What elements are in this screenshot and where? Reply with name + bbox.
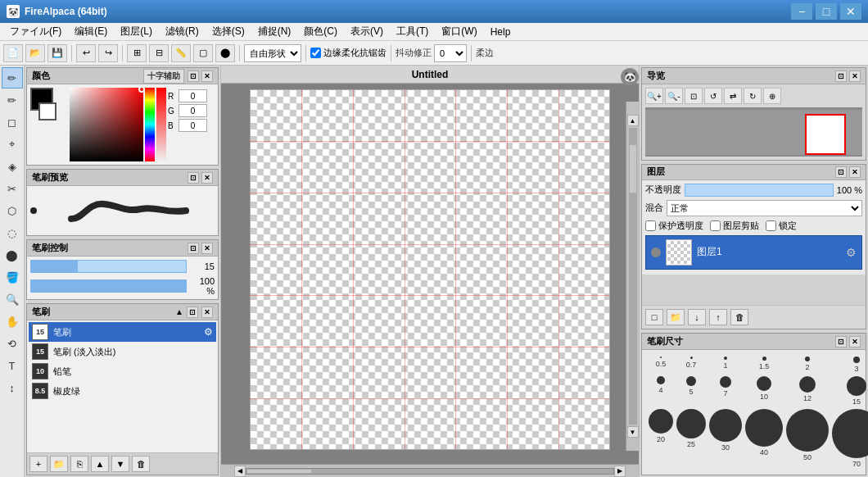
toolbar-new[interactable]: 📄: [3, 44, 23, 62]
hand-tool[interactable]: ✋: [2, 311, 23, 332]
brush-tool[interactable]: ✏: [2, 67, 23, 89]
brush-add-btn[interactable]: +: [29, 456, 47, 472]
layers-popout[interactable]: ⊡: [835, 166, 847, 178]
close-button[interactable]: ✕: [840, 3, 861, 20]
polygon-tool[interactable]: ⬡: [2, 200, 23, 221]
size-slider[interactable]: [30, 260, 187, 273]
lock-checkbox[interactable]: [766, 220, 776, 231]
minimize-button[interactable]: −: [791, 3, 812, 20]
scroll-up-btn[interactable]: ▲: [627, 115, 639, 126]
layer-del-btn[interactable]: 🗑: [730, 309, 748, 325]
menu-item[interactable]: 图层(L): [114, 23, 159, 40]
brushsize-item[interactable]: 0.7: [676, 357, 706, 373]
menu-item[interactable]: 颜色(C): [297, 23, 344, 40]
b-input[interactable]: [179, 119, 207, 132]
brush-list-item[interactable]: 10铅笔: [29, 361, 216, 381]
rotate-tool[interactable]: ⟲: [2, 333, 23, 354]
brush-list-item[interactable]: 15笔刷 (淡入淡出): [29, 342, 216, 361]
maximize-button[interactable]: □: [816, 3, 837, 20]
scroll-left-btn[interactable]: ◀: [234, 466, 246, 477]
color-panel-close[interactable]: ✕: [201, 70, 213, 82]
h-scroll-track[interactable]: [246, 468, 614, 475]
nav-rotate-ccw[interactable]: ↺: [704, 88, 722, 104]
layer-folder-btn[interactable]: 📁: [667, 309, 685, 325]
opacity-slider[interactable]: [685, 184, 834, 197]
menu-item[interactable]: 表示(V): [344, 23, 390, 40]
brushsize-item[interactable]: 12: [786, 376, 829, 406]
brush-control-popout[interactable]: ⊡: [188, 243, 199, 254]
brushsize-item[interactable]: 20: [649, 409, 673, 468]
layer-up-btn[interactable]: ↑: [709, 309, 727, 325]
color-panel-popout[interactable]: ⊡: [188, 70, 199, 82]
menu-item[interactable]: 滤镜(R): [159, 23, 206, 40]
layer-item[interactable]: 图层1 ⚙: [645, 235, 862, 270]
brush-control-close[interactable]: ✕: [201, 243, 213, 254]
layers-close[interactable]: ✕: [849, 166, 861, 178]
color-hue-slider[interactable]: [145, 88, 155, 161]
brushsize-item[interactable]: 0.5: [649, 357, 673, 373]
brushsize-item[interactable]: 50: [786, 409, 829, 468]
color-gradient-picker[interactable]: [70, 88, 143, 161]
brushsize-item[interactable]: 5: [676, 376, 706, 406]
shape-select[interactable]: 自由形状: [244, 44, 301, 62]
toolbar-save[interactable]: 💾: [47, 44, 67, 62]
ellipse-tool[interactable]: ◌: [2, 222, 23, 243]
brushsize-item[interactable]: 40: [745, 409, 783, 468]
background-color[interactable]: [38, 102, 57, 120]
brushsize-item[interactable]: 25: [676, 409, 706, 468]
blend-select[interactable]: 正常: [667, 200, 862, 216]
bucket-tool[interactable]: 🪣: [2, 266, 23, 288]
brush-list-close[interactable]: ✕: [201, 307, 213, 318]
protect-checkbox[interactable]: [645, 220, 656, 231]
toolbar-select-rect[interactable]: ▢: [193, 44, 213, 62]
navigator-close[interactable]: ✕: [849, 70, 861, 82]
toolbar-ruler[interactable]: 📏: [171, 44, 191, 62]
nav-flip[interactable]: ⇄: [724, 88, 742, 104]
nav-rotate-cw[interactable]: ↻: [744, 88, 762, 104]
move-tool[interactable]: ◈: [2, 156, 23, 177]
brush-preview-popout[interactable]: ⊡: [188, 172, 199, 184]
brush-list-popout[interactable]: ⊡: [187, 307, 198, 318]
nav-zoom-out[interactable]: 🔍-: [665, 88, 683, 104]
pencil-tool[interactable]: ✏: [2, 89, 23, 111]
brushsize-item[interactable]: 1.5: [745, 357, 783, 373]
nav-zoom-fit[interactable]: ⊡: [685, 88, 703, 104]
brush-list-item[interactable]: 8.5椒皮绿: [29, 381, 216, 401]
layer-visibility[interactable]: [651, 248, 661, 257]
toolbar-undo[interactable]: ↩: [76, 44, 96, 62]
zoom-tool[interactable]: 🔍: [2, 288, 23, 310]
crop-tool[interactable]: ✂: [2, 178, 23, 199]
gradient-tool[interactable]: ↕: [2, 377, 23, 398]
nav-zoom-in[interactable]: 🔍+: [645, 88, 663, 104]
selection-tool[interactable]: ⌖: [2, 134, 23, 155]
layer-down-btn[interactable]: ↓: [688, 309, 706, 325]
menu-item[interactable]: 窗口(W): [435, 23, 483, 40]
brushsize-item[interactable]: 15: [832, 376, 868, 406]
menu-item[interactable]: Help: [484, 25, 518, 39]
menu-file[interactable]: ファイル(F): [3, 23, 68, 40]
crosshair-btn[interactable]: 十字辅助: [143, 69, 184, 84]
brushsize-item[interactable]: 1: [709, 357, 742, 373]
brushsize-item[interactable]: 3: [832, 357, 868, 373]
brush-down-btn[interactable]: ▼: [111, 456, 129, 472]
brushsize-item[interactable]: 10: [745, 376, 783, 406]
menu-item[interactable]: 捕捉(N): [251, 23, 298, 40]
r-input[interactable]: [179, 89, 207, 102]
menu-item[interactable]: 选择(S): [206, 23, 251, 40]
scroll-down-btn[interactable]: ▼: [627, 426, 639, 438]
horizontal-scrollbar[interactable]: ◀ ▶: [221, 464, 639, 477]
brush-del-btn[interactable]: 🗑: [132, 456, 150, 472]
text-tool[interactable]: T: [2, 355, 23, 376]
brush-up-btn[interactable]: ▲: [91, 456, 109, 472]
scroll-right-btn[interactable]: ▶: [614, 466, 626, 477]
menu-item[interactable]: 工具(T): [390, 23, 435, 40]
g-input[interactable]: [179, 104, 207, 117]
vertical-scrollbar[interactable]: ▲ ▼: [626, 102, 639, 451]
fill-tool[interactable]: ⬤: [2, 244, 23, 266]
brushsize-item[interactable]: 7: [709, 376, 742, 406]
brushsize-item[interactable]: 4: [649, 376, 673, 406]
brush-copy-btn[interactable]: ⎘: [70, 456, 88, 472]
antialias-checkbox[interactable]: [310, 48, 321, 58]
toolbar-snap[interactable]: ⊞: [127, 44, 147, 62]
brushsize-item[interactable]: 70: [832, 409, 868, 468]
